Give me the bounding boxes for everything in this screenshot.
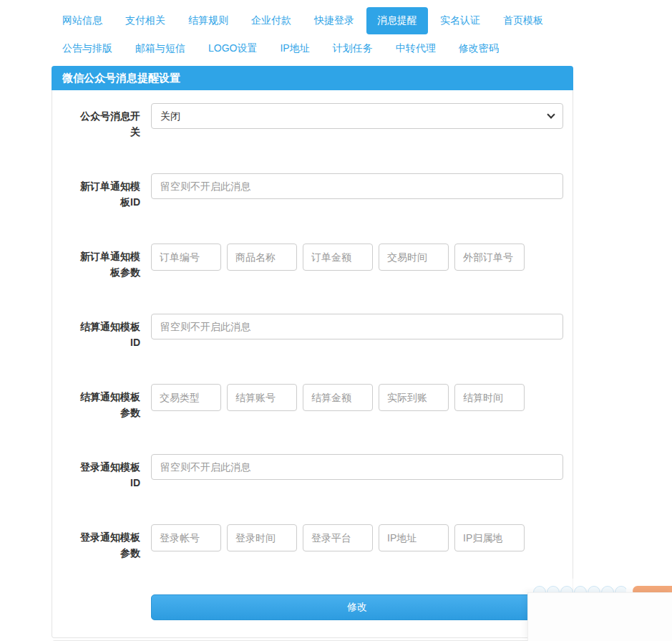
template-id-input[interactable]: [151, 454, 563, 480]
nav-tab[interactable]: 网站信息: [52, 7, 113, 34]
field-label: 新订单通知模板参数: [63, 244, 140, 280]
nav-tab[interactable]: 结算规则: [177, 7, 239, 34]
param-input[interactable]: [151, 384, 221, 411]
field-label: 结算通知模板参数: [63, 384, 140, 420]
wechat-notify-panel: 微信公众号消息提醒设置 公众号消息开关关闭新订单通知模板ID新订单通知模板参数结…: [52, 66, 573, 638]
nav-tab[interactable]: LOGO设置: [198, 37, 268, 60]
tab-bar-primary: 网站信息支付相关结算规则企业付款快捷登录消息提醒实名认证首页模板: [52, 7, 573, 34]
param-input[interactable]: [151, 524, 221, 551]
param-input[interactable]: [454, 244, 525, 271]
nav-tab[interactable]: IP地址: [269, 37, 320, 60]
form-row: 登录通知模板参数: [63, 524, 562, 561]
nav-tab[interactable]: 修改密码: [448, 37, 510, 60]
template-id-input[interactable]: [151, 173, 563, 199]
scallop-icon: [574, 586, 587, 592]
form-row: 公众号消息开关关闭: [63, 103, 562, 140]
floating-widget-panel: [527, 592, 672, 641]
field-label: 公众号消息开关: [63, 103, 140, 140]
nav-tab[interactable]: 邮箱与短信: [125, 37, 196, 60]
field-control: [151, 524, 563, 561]
settings-form: 公众号消息开关关闭新订单通知模板ID新订单通知模板参数结算通知模板ID结算通知模…: [52, 90, 573, 637]
tab-bar-secondary: 公告与排版邮箱与短信LOGO设置IP地址计划任务中转代理修改密码: [52, 37, 573, 60]
panel-title: 微信公众号消息提醒设置: [52, 66, 573, 90]
field-control: [151, 384, 563, 420]
field-label: 登录通知模板参数: [63, 524, 140, 561]
scallop-icon: [601, 586, 614, 592]
submit-row: 修改: [63, 594, 562, 620]
scallop-icon: [533, 586, 546, 592]
field-label: 结算通知模板ID: [63, 314, 140, 350]
page: 网站信息支付相关结算规则企业付款快捷登录消息提醒实名认证首页模板 公告与排版邮箱…: [52, 0, 573, 638]
field-control: [151, 314, 563, 350]
form-row: 结算通知模板ID: [63, 314, 562, 350]
form-row: 新订单通知模板ID: [63, 173, 562, 210]
scallop-decoration: [533, 586, 626, 592]
message-switch-select[interactable]: 关闭: [151, 103, 563, 129]
field-label: 登录通知模板ID: [63, 454, 140, 491]
nav-tab[interactable]: 快捷登录: [303, 7, 365, 34]
param-input[interactable]: [227, 244, 297, 271]
form-row: 新订单通知模板参数: [63, 244, 562, 280]
save-button[interactable]: 修改: [151, 594, 563, 620]
field-label: 新订单通知模板ID: [63, 173, 140, 210]
form-row: 结算通知模板参数: [63, 384, 562, 420]
nav-tab[interactable]: 首页模板: [492, 7, 554, 34]
param-input[interactable]: [379, 384, 449, 411]
param-input[interactable]: [151, 244, 221, 271]
param-input[interactable]: [227, 524, 297, 551]
param-input[interactable]: [303, 244, 373, 271]
nav-tab[interactable]: 支付相关: [115, 7, 176, 34]
param-input[interactable]: [379, 524, 449, 551]
param-input[interactable]: [379, 244, 449, 271]
field-control: 关闭: [151, 103, 563, 140]
submit-row-spacer: [63, 594, 140, 620]
nav-tab-active[interactable]: 消息提醒: [366, 7, 428, 34]
field-control: [151, 244, 563, 280]
nav-tab[interactable]: 计划任务: [322, 37, 384, 60]
param-input[interactable]: [303, 384, 373, 411]
nav-tab[interactable]: 公告与排版: [52, 37, 123, 60]
template-id-input[interactable]: [151, 314, 563, 339]
settings-nav: 网站信息支付相关结算规则企业付款快捷登录消息提醒实名认证首页模板 公告与排版邮箱…: [52, 7, 573, 60]
param-input[interactable]: [303, 524, 373, 551]
nav-tab[interactable]: 实名认证: [429, 7, 491, 34]
nav-tab[interactable]: 中转代理: [385, 37, 447, 60]
field-control: [151, 173, 563, 210]
nav-tab[interactable]: 企业付款: [240, 7, 302, 34]
scallop-icon: [615, 586, 626, 592]
param-input[interactable]: [454, 384, 525, 411]
scallop-icon: [588, 586, 600, 592]
form-row: 登录通知模板ID: [63, 454, 562, 491]
param-input[interactable]: [454, 524, 525, 551]
field-control: 修改: [151, 594, 563, 620]
scallop-icon: [560, 586, 573, 592]
scallop-icon: [547, 586, 560, 592]
field-control: [151, 454, 563, 491]
param-input[interactable]: [227, 384, 297, 411]
